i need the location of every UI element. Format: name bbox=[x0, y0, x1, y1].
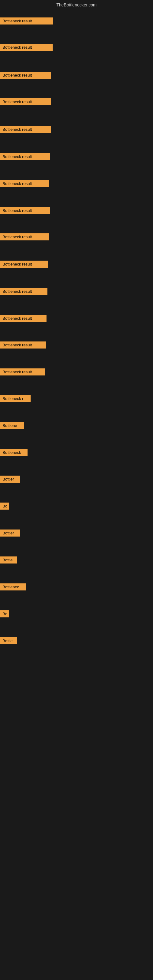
bottleneck-result-item[interactable]: Bottler bbox=[0, 476, 20, 483]
bottleneck-result-item[interactable]: Bottleneck result bbox=[0, 153, 50, 160]
bottleneck-result-item[interactable]: Bottleneck result bbox=[0, 44, 53, 51]
bottleneck-result-item[interactable]: Bottleneck result bbox=[0, 233, 49, 240]
site-title: TheBottlenecker.com bbox=[0, 0, 153, 9]
bottleneck-result-item[interactable]: Bottleneck result bbox=[0, 315, 46, 322]
bottleneck-result-item[interactable]: Bottleneck bbox=[0, 449, 27, 456]
bottleneck-result-item[interactable]: Bottle bbox=[0, 557, 17, 563]
bottleneck-result-item[interactable]: Bottleneck result bbox=[0, 126, 51, 133]
bottleneck-result-item[interactable]: Bottleneck result bbox=[0, 342, 46, 348]
bottleneck-result-item[interactable]: Bottleneck result bbox=[0, 368, 45, 375]
bottleneck-result-item[interactable]: Bo bbox=[0, 610, 9, 617]
bottleneck-result-item[interactable]: Bottlene bbox=[0, 422, 24, 429]
bottleneck-result-item[interactable]: Bottleneck result bbox=[0, 261, 48, 268]
bottleneck-result-item[interactable]: Bottlenec bbox=[0, 584, 26, 590]
bottleneck-result-item[interactable]: Bottleneck result bbox=[0, 207, 50, 214]
bottleneck-result-item[interactable]: Bottleneck result bbox=[0, 288, 48, 295]
bottleneck-result-item[interactable]: Bottleneck result bbox=[0, 180, 49, 187]
bottleneck-result-item[interactable]: Bottler bbox=[0, 530, 20, 536]
bottleneck-result-item[interactable]: Bottle bbox=[0, 637, 17, 644]
bottleneck-result-item[interactable]: Bo bbox=[0, 503, 9, 510]
bottleneck-result-item[interactable]: Bottleneck result bbox=[0, 72, 51, 79]
bottleneck-result-item[interactable]: Bottleneck result bbox=[0, 18, 53, 24]
bottleneck-result-item[interactable]: Bottleneck r bbox=[0, 395, 30, 402]
bottleneck-result-item[interactable]: Bottleneck result bbox=[0, 98, 51, 105]
